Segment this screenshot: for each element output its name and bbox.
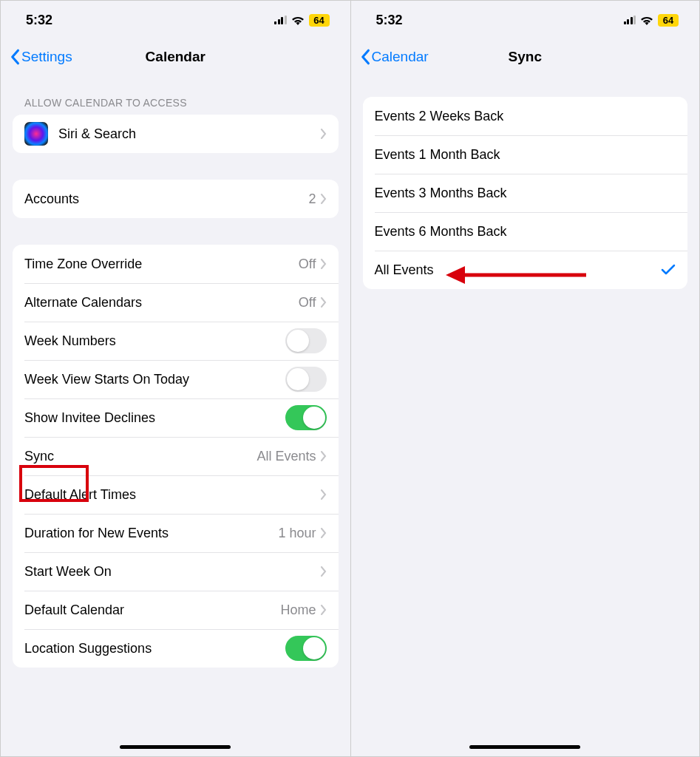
row-label: Sync bbox=[24, 449, 256, 464]
row-label: Default Alert Times bbox=[24, 487, 321, 503]
row-label: Events 2 Weeks Back bbox=[375, 109, 676, 124]
row-duration-new-events[interactable]: Duration for New Events 1 hour bbox=[13, 514, 339, 552]
group-settings: Time Zone Override Off Alternate Calenda… bbox=[13, 245, 339, 668]
phone-left: 5:32 64 Settings Calendar ALLOW CALENDAR… bbox=[1, 1, 350, 756]
back-label: Calendar bbox=[372, 49, 429, 65]
row-value: 1 hour bbox=[278, 526, 316, 541]
row-default-alert-times[interactable]: Default Alert Times bbox=[13, 475, 339, 514]
status-right: 64 bbox=[274, 14, 330, 27]
row-label: Events 1 Month Back bbox=[375, 147, 676, 163]
row-location-suggestions[interactable]: Location Suggestions bbox=[13, 629, 339, 668]
toggle-week-view[interactable] bbox=[285, 367, 327, 392]
status-bar: 5:32 64 bbox=[1, 1, 350, 39]
row-label: Show Invitee Declines bbox=[24, 410, 285, 426]
group-siri: Siri & Search bbox=[13, 115, 339, 153]
row-label: Start Week On bbox=[24, 564, 321, 580]
group-sync-options: Events 2 Weeks Back Events 1 Month Back … bbox=[363, 97, 688, 289]
chevron-right-icon bbox=[321, 194, 327, 204]
row-week-numbers[interactable]: Week Numbers bbox=[13, 322, 339, 360]
status-time: 5:32 bbox=[376, 13, 403, 28]
row-default-calendar[interactable]: Default Calendar Home bbox=[13, 591, 339, 629]
row-label: Time Zone Override bbox=[24, 257, 299, 272]
chevron-right-icon bbox=[321, 605, 327, 615]
nav-header: Settings Calendar bbox=[1, 39, 350, 75]
row-sync-6months[interactable]: Events 6 Months Back bbox=[363, 212, 688, 251]
chevron-right-icon bbox=[321, 566, 327, 577]
row-week-view-today[interactable]: Week View Starts On Today bbox=[13, 360, 339, 398]
siri-icon bbox=[24, 122, 48, 146]
row-label: All Events bbox=[375, 262, 662, 278]
row-label: Week Numbers bbox=[24, 333, 285, 349]
chevron-right-icon bbox=[321, 129, 327, 139]
row-invitee-declines[interactable]: Show Invitee Declines bbox=[13, 398, 339, 437]
status-bar: 5:32 64 bbox=[351, 1, 700, 39]
row-label: Default Calendar bbox=[24, 602, 280, 618]
chevron-right-icon bbox=[321, 528, 327, 538]
row-value: Home bbox=[280, 602, 316, 618]
row-sync[interactable]: Sync All Events bbox=[13, 437, 339, 475]
chevron-right-icon bbox=[321, 297, 327, 308]
row-siri-search[interactable]: Siri & Search bbox=[13, 115, 339, 153]
home-indicator[interactable] bbox=[469, 745, 580, 749]
phone-right: 5:32 64 Calendar Sync Events 2 Weeks Bac… bbox=[350, 1, 700, 756]
wifi-icon bbox=[291, 16, 305, 25]
row-alternate-calendars[interactable]: Alternate Calendars Off bbox=[13, 283, 339, 322]
row-start-week-on[interactable]: Start Week On bbox=[13, 552, 339, 591]
toggle-week-numbers[interactable] bbox=[285, 328, 327, 353]
row-label: Location Suggestions bbox=[24, 641, 285, 656]
row-timezone-override[interactable]: Time Zone Override Off bbox=[13, 245, 339, 283]
wifi-icon bbox=[640, 16, 653, 25]
row-label: Alternate Calendars bbox=[24, 295, 299, 310]
row-value: Off bbox=[299, 295, 316, 310]
home-indicator[interactable] bbox=[120, 745, 231, 749]
battery-icon: 64 bbox=[309, 14, 330, 27]
cellular-icon bbox=[624, 16, 636, 24]
row-sync-1month[interactable]: Events 1 Month Back bbox=[363, 135, 688, 174]
row-sync-3months[interactable]: Events 3 Months Back bbox=[363, 174, 688, 212]
chevron-right-icon bbox=[321, 259, 327, 269]
toggle-location-suggestions[interactable] bbox=[285, 636, 327, 661]
chevron-left-icon bbox=[10, 49, 20, 65]
section-header-allow: ALLOW CALENDAR TO ACCESS bbox=[1, 75, 350, 115]
back-button[interactable]: Settings bbox=[10, 49, 72, 65]
row-label: Accounts bbox=[24, 191, 308, 207]
back-label: Settings bbox=[21, 49, 72, 65]
row-label: Siri & Search bbox=[58, 126, 321, 142]
row-accounts[interactable]: Accounts 2 bbox=[13, 180, 339, 218]
row-sync-2weeks[interactable]: Events 2 Weeks Back bbox=[363, 97, 688, 135]
row-label: Events 3 Months Back bbox=[375, 186, 676, 201]
back-button[interactable]: Calendar bbox=[360, 49, 429, 65]
chevron-right-icon bbox=[321, 451, 327, 461]
row-label: Events 6 Months Back bbox=[375, 224, 676, 240]
row-value: All Events bbox=[256, 449, 316, 464]
battery-icon: 64 bbox=[658, 14, 679, 27]
row-value: Off bbox=[299, 257, 316, 272]
group-accounts: Accounts 2 bbox=[13, 180, 339, 218]
chevron-left-icon bbox=[360, 49, 370, 65]
checkmark-icon bbox=[661, 264, 676, 276]
toggle-invitee-declines[interactable] bbox=[285, 405, 327, 430]
nav-header: Calendar Sync bbox=[351, 39, 700, 75]
chevron-right-icon bbox=[321, 489, 327, 500]
row-label: Week View Starts On Today bbox=[24, 372, 285, 387]
row-value: 2 bbox=[308, 191, 316, 207]
status-right: 64 bbox=[624, 14, 679, 27]
row-label: Duration for New Events bbox=[24, 526, 278, 541]
cellular-icon bbox=[274, 16, 287, 24]
status-time: 5:32 bbox=[26, 13, 52, 28]
row-sync-all-events[interactable]: All Events bbox=[363, 251, 688, 289]
